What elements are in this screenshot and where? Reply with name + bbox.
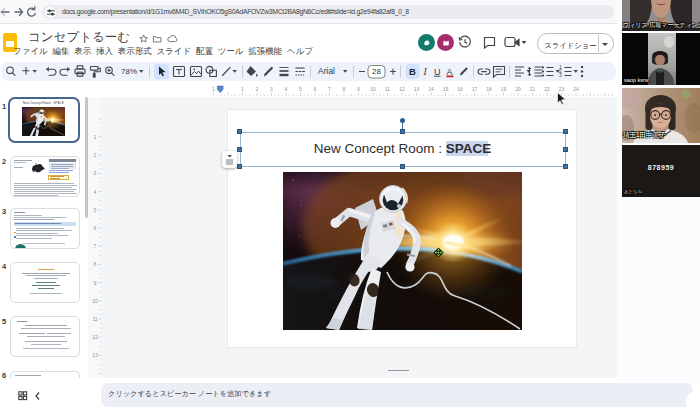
svg-text:B: B bbox=[409, 66, 416, 77]
svg-text:10: 10 bbox=[92, 298, 98, 304]
svg-text:3: 3 bbox=[270, 86, 273, 92]
svg-text:4: 4 bbox=[285, 86, 288, 92]
svg-text:28: 28 bbox=[372, 67, 381, 76]
svg-text:15: 15 bbox=[443, 86, 449, 92]
svg-text:10: 10 bbox=[370, 86, 376, 92]
svg-text:4: 4 bbox=[94, 189, 97, 195]
svg-text:14: 14 bbox=[428, 86, 434, 92]
svg-text:I: I bbox=[423, 67, 428, 77]
svg-text:U: U bbox=[434, 67, 441, 77]
svg-text:5: 5 bbox=[94, 207, 97, 213]
svg-text:A: A bbox=[447, 67, 453, 77]
svg-text:13: 13 bbox=[92, 352, 98, 358]
svg-text:Arial: Arial bbox=[318, 66, 335, 76]
svg-text:2: 2 bbox=[256, 86, 259, 92]
svg-text:9: 9 bbox=[357, 86, 360, 92]
svg-text:18: 18 bbox=[486, 86, 492, 92]
svg-text:8: 8 bbox=[94, 261, 97, 267]
svg-text:9: 9 bbox=[94, 280, 97, 286]
svg-text:22: 22 bbox=[544, 86, 550, 92]
svg-text:21: 21 bbox=[530, 86, 536, 92]
svg-text:1: 1 bbox=[94, 134, 97, 140]
svg-text:19: 19 bbox=[501, 86, 507, 92]
svg-text:1: 1 bbox=[241, 86, 244, 92]
svg-text:24: 24 bbox=[573, 86, 579, 92]
svg-text:5: 5 bbox=[299, 86, 302, 92]
svg-text:78%: 78% bbox=[121, 67, 137, 76]
svg-text:8: 8 bbox=[343, 86, 346, 92]
svg-text:11: 11 bbox=[385, 86, 390, 92]
svg-text:2: 2 bbox=[94, 152, 97, 158]
svg-text:17: 17 bbox=[472, 86, 478, 92]
svg-text:3: 3 bbox=[559, 72, 562, 78]
svg-text:12: 12 bbox=[399, 86, 405, 92]
svg-text:7: 7 bbox=[328, 86, 331, 92]
svg-text:6: 6 bbox=[94, 225, 97, 231]
svg-text:3: 3 bbox=[94, 170, 97, 176]
svg-text:11: 11 bbox=[92, 316, 97, 322]
svg-text:20: 20 bbox=[515, 86, 521, 92]
svg-text:7: 7 bbox=[94, 243, 97, 249]
svg-text:16: 16 bbox=[457, 86, 463, 92]
svg-text:13: 13 bbox=[414, 86, 420, 92]
svg-text:12: 12 bbox=[92, 334, 98, 340]
svg-text:1: 1 bbox=[212, 86, 215, 92]
svg-text:6: 6 bbox=[314, 86, 317, 92]
